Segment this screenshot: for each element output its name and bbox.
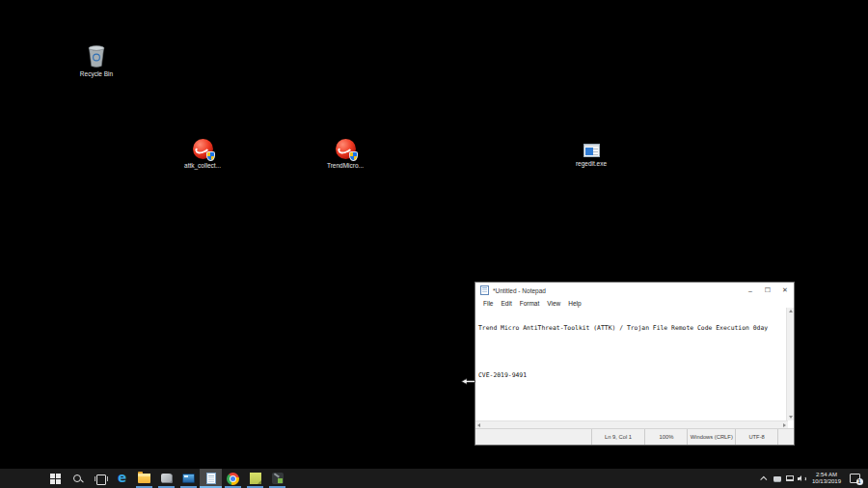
- menu-view[interactable]: View: [543, 300, 564, 307]
- recycle-bin-icon: [86, 44, 107, 68]
- minimize-button[interactable]: –: [742, 283, 759, 298]
- notepad-statusbar: Ln 9, Col 1 100% Windows (CRLF) UTF-8: [475, 428, 794, 445]
- search-icon: [72, 474, 83, 484]
- menu-file[interactable]: File: [479, 300, 497, 307]
- desktop-icon-label: regedit.exe: [576, 160, 607, 167]
- menu-help[interactable]: Help: [564, 300, 584, 307]
- speaker-icon: [798, 474, 807, 482]
- uac-shield-icon: [206, 151, 215, 161]
- text-line: [478, 395, 768, 404]
- windows-logo-icon: [50, 474, 61, 484]
- notification-badge: 1: [856, 478, 863, 485]
- action-center-icon: 1: [850, 474, 860, 483]
- status-cursor-position: Ln 9, Col 1: [591, 429, 645, 445]
- desktop-icon-recycle-bin[interactable]: Recycle Bin: [66, 44, 127, 77]
- chevron-up-icon: [760, 475, 767, 482]
- scroll-right-arrow-icon[interactable]: [783, 423, 786, 427]
- taskbar-item-app-green[interactable]: [266, 469, 288, 488]
- scroll-left-arrow-icon[interactable]: [477, 423, 480, 427]
- clock-time: 2:54 AM: [810, 472, 843, 479]
- vertical-scrollbar[interactable]: [786, 308, 794, 420]
- trend-micro-sphere-icon: [336, 139, 356, 159]
- system-tray: 2:54 AM 10/13/2019 1: [758, 469, 868, 488]
- laptop-icon: [773, 476, 781, 481]
- window-title: *Untitled - Notepad: [493, 287, 546, 294]
- mouse-cursor: [461, 372, 475, 390]
- edge-icon: e: [118, 472, 126, 485]
- status-zoom-level: 100%: [644, 429, 687, 445]
- search-button[interactable]: [67, 469, 89, 488]
- tray-network-button[interactable]: [783, 469, 796, 488]
- desktop-icon-attk-collect[interactable]: attk_collect...: [172, 139, 233, 169]
- desktop-icon-label: TrendMicro...: [327, 162, 364, 169]
- desktop-icon-label: attk_collect...: [184, 162, 221, 169]
- notepad-icon: [206, 473, 216, 484]
- green-badge-app-icon: [272, 473, 284, 484]
- trend-micro-sphere-icon: [193, 139, 213, 159]
- taskbar-item-edge[interactable]: e: [111, 469, 133, 488]
- taskbar: e: [0, 469, 868, 488]
- task-view-button[interactable]: [89, 469, 111, 488]
- action-center-button[interactable]: 1: [845, 469, 864, 488]
- sticky-notes-icon: [250, 473, 261, 484]
- notepad-app-icon: [480, 285, 489, 295]
- desktop-icon-regedit[interactable]: regedit.exe: [560, 144, 622, 167]
- scroll-down-arrow-icon[interactable]: [789, 416, 793, 419]
- close-button[interactable]: ✕: [776, 283, 794, 298]
- notepad-titlebar[interactable]: *Untitled - Notepad – ☐ ✕: [475, 283, 794, 298]
- network-icon: [786, 475, 794, 481]
- notepad-window: *Untitled - Notepad – ☐ ✕ File Edit Form…: [475, 282, 795, 446]
- notepad-menubar: File Edit Format View Help: [475, 298, 794, 308]
- tray-show-hidden-icons[interactable]: [758, 469, 771, 488]
- blue-monitor-app-icon: [182, 474, 195, 483]
- desktop-icon-trendmicro[interactable]: TrendMicro...: [314, 139, 376, 169]
- notepad-text-area[interactable]: Trend Micro AntiThreat-Toolkit (ATTK) / …: [475, 308, 788, 420]
- text-line: Trend Micro AntiThreat-Toolkit (ATTK) / …: [478, 324, 768, 333]
- chrome-icon: [227, 473, 239, 485]
- maximize-button[interactable]: ☐: [759, 283, 776, 298]
- task-view-icon: [95, 474, 106, 483]
- status-line-endings: Windows (CRLF): [687, 429, 735, 445]
- horizontal-scrollbar[interactable]: [475, 420, 788, 428]
- file-explorer-icon: [138, 474, 150, 483]
- status-encoding: UTF-8: [735, 429, 777, 445]
- text-line: [478, 348, 768, 357]
- taskbar-item-app-gray[interactable]: [155, 469, 177, 488]
- taskbar-item-file-explorer[interactable]: [133, 469, 155, 488]
- windows-desktop: Recycle Bin attk_collect... TrendMicro..…: [0, 0, 868, 488]
- menu-format[interactable]: Format: [516, 300, 544, 307]
- text-line: CVE-2019-9491: [478, 371, 768, 380]
- taskbar-clock[interactable]: 2:54 AM 10/13/2019: [808, 472, 845, 486]
- scroll-up-arrow-icon[interactable]: [789, 310, 793, 312]
- clock-date: 10/13/2019: [810, 478, 843, 486]
- tray-volume-button[interactable]: [796, 469, 808, 488]
- uac-shield-icon: [349, 151, 358, 161]
- tray-device-button[interactable]: [771, 469, 783, 488]
- desktop-icon-label: Recycle Bin: [80, 70, 113, 77]
- taskbar-item-notepad-active[interactable]: [200, 469, 222, 488]
- menu-edit[interactable]: Edit: [497, 300, 515, 307]
- taskbar-item-sticky-notes[interactable]: [244, 469, 266, 488]
- regedit-icon: [583, 144, 600, 157]
- gray-app-icon: [161, 474, 173, 483]
- taskbar-item-app-monitor[interactable]: [177, 469, 200, 488]
- taskbar-item-chrome[interactable]: [222, 469, 244, 488]
- start-button[interactable]: [44, 469, 67, 488]
